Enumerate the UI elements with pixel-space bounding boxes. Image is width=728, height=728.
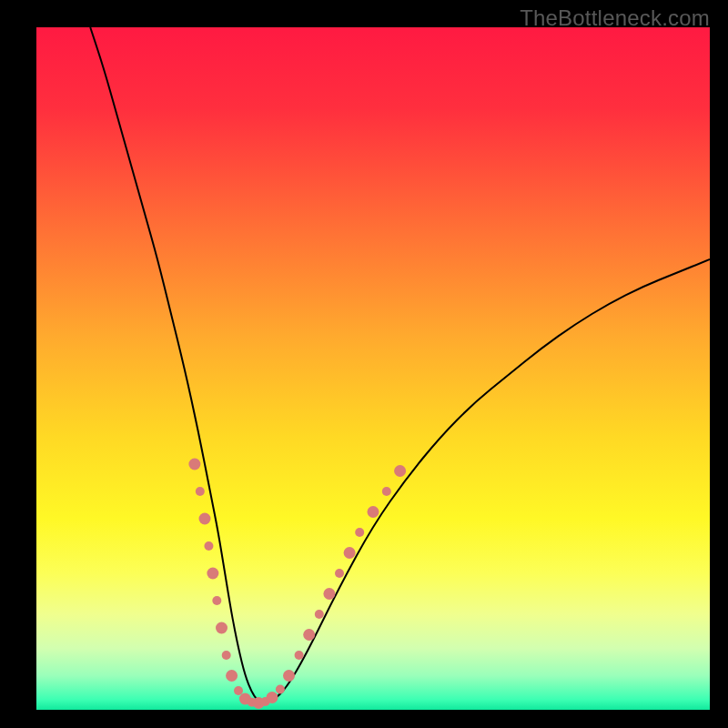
curve-marker xyxy=(212,596,221,605)
curve-marker xyxy=(368,506,379,518)
curve-marker xyxy=(222,651,231,660)
curve-marker xyxy=(199,513,211,525)
curve-marker xyxy=(394,465,406,477)
curve-marker xyxy=(196,487,205,496)
curve-marker xyxy=(204,541,213,551)
curve-marker xyxy=(216,622,228,634)
chart-frame: TheBottleneck.com xyxy=(0,0,728,728)
curve-marker xyxy=(276,685,285,694)
curve-marker xyxy=(207,568,218,580)
curve-marker xyxy=(315,610,324,619)
curve-marker xyxy=(267,692,278,703)
curve-marker xyxy=(226,670,238,682)
curve-marker xyxy=(188,459,200,470)
curve-marker xyxy=(323,588,335,600)
curve-layer xyxy=(36,27,710,710)
curve-marker xyxy=(355,528,364,537)
curve-marker xyxy=(234,686,243,695)
curve-marker xyxy=(335,569,344,578)
plot-area xyxy=(36,27,710,710)
curve-marker xyxy=(295,651,304,660)
curve-marker xyxy=(303,629,315,641)
curve-marker xyxy=(344,547,356,559)
curve-markers xyxy=(188,459,406,710)
curve-marker xyxy=(382,487,391,496)
bottleneck-curve xyxy=(90,27,710,703)
curve-marker xyxy=(283,670,295,682)
